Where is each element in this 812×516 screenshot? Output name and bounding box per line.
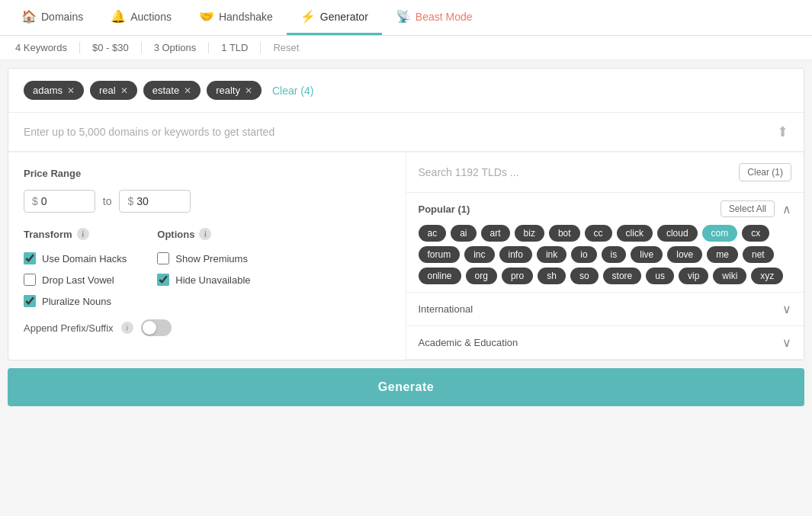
tld-search-input[interactable] xyxy=(419,166,732,178)
tld-tag-click[interactable]: click xyxy=(617,225,653,242)
filter-price-range: $0 - $30 xyxy=(92,42,142,53)
transform-header: Transform i xyxy=(24,228,127,240)
hide-unavailable-row[interactable]: Hide Unavailable xyxy=(157,274,250,286)
use-domain-hacks-row[interactable]: Use Domain Hacks xyxy=(24,252,127,264)
tld-tag-cx[interactable]: cx xyxy=(742,225,769,242)
price-min-wrap: $ xyxy=(24,190,95,213)
tld-tag-us[interactable]: us xyxy=(646,268,674,284)
academic-title: Academic & Education xyxy=(419,337,518,348)
keyword-label-estate: estate xyxy=(152,85,179,96)
tld-search-row: Clear (1) xyxy=(406,152,804,193)
tld-tag-pro[interactable]: pro xyxy=(502,268,533,284)
international-chevron-icon: ∨ xyxy=(782,302,791,316)
transform-info-icon[interactable]: i xyxy=(77,228,89,240)
tld-academic-section[interactable]: Academic & Education ∨ xyxy=(406,326,804,360)
generate-button[interactable]: Generate xyxy=(8,368,804,406)
tld-tag-bot[interactable]: bot xyxy=(549,225,580,242)
reset-link[interactable]: Reset xyxy=(273,42,299,53)
popular-section-title: Popular (1) xyxy=(419,204,470,215)
tld-international-section[interactable]: International ∨ xyxy=(406,293,804,326)
tld-tag-ink[interactable]: ink xyxy=(537,246,566,263)
tab-handshake[interactable]: 🤝 Handshake xyxy=(185,0,287,35)
keywords-row: adams✕real✕estate✕realty✕ Clear (4) xyxy=(8,69,804,113)
beast-icon: 📡 xyxy=(396,9,411,24)
price-max-input[interactable] xyxy=(136,195,182,207)
tld-tag-io[interactable]: io xyxy=(571,246,596,263)
remove-keyword-real[interactable]: ✕ xyxy=(120,85,128,96)
use-domain-hacks-label: Use Domain Hacks xyxy=(42,253,127,264)
tld-tag-net[interactable]: net xyxy=(743,246,774,263)
hide-unavailable-checkbox[interactable] xyxy=(157,274,169,286)
tld-tag-so[interactable]: so xyxy=(570,268,599,284)
tld-tag-forum[interactable]: forum xyxy=(419,246,461,263)
tld-tag-store[interactable]: store xyxy=(603,268,642,284)
tld-tag-biz[interactable]: biz xyxy=(515,225,544,242)
tld-tag-sh[interactable]: sh xyxy=(538,268,566,284)
tab-auctions[interactable]: 🔔 Auctions xyxy=(97,0,185,35)
options-column: Options i Show Premiums Hide Unavailable xyxy=(157,228,250,307)
home-icon: 🏠 xyxy=(21,9,37,24)
append-row: Append Prefix/Suffix i xyxy=(24,319,390,336)
tld-tag-ai[interactable]: ai xyxy=(451,225,476,242)
tld-tag-wiki[interactable]: wiki xyxy=(713,268,746,284)
upload-icon[interactable]: ⬆ xyxy=(777,123,788,140)
right-panel: Clear (1) Popular (1) Select All ∧ ac xyxy=(406,152,804,360)
select-all-button[interactable]: Select All xyxy=(721,200,775,217)
tld-tag-org[interactable]: org xyxy=(466,268,497,284)
tab-generator[interactable]: ⚡ Generator xyxy=(287,0,382,35)
tld-tag-love[interactable]: love xyxy=(667,246,702,263)
append-toggle[interactable] xyxy=(141,319,172,336)
filter-options-count: 3 Options xyxy=(154,42,210,53)
remove-keyword-realty[interactable]: ✕ xyxy=(245,85,252,96)
price-range-label: Price Range xyxy=(24,168,390,179)
use-domain-hacks-checkbox[interactable] xyxy=(24,252,36,264)
append-label: Append Prefix/Suffix xyxy=(24,322,114,334)
pluralize-nouns-checkbox[interactable] xyxy=(24,295,36,307)
tld-tag-cc[interactable]: cc xyxy=(585,225,612,242)
toggle-thumb xyxy=(143,321,156,335)
hide-unavailable-label: Hide Unavailable xyxy=(175,274,250,286)
tld-tag-art[interactable]: art xyxy=(481,225,510,242)
drop-last-vowel-label: Drop Last Vowel xyxy=(42,274,114,286)
tab-beast-mode[interactable]: 📡 Beast Mode xyxy=(382,0,486,35)
tld-tag-inc[interactable]: inc xyxy=(464,246,494,263)
tld-tag-info[interactable]: info xyxy=(499,246,532,263)
options-info-icon[interactable]: i xyxy=(199,228,211,240)
filter-bar: 4 Keywords $0 - $30 3 Options 1 TLD Rese… xyxy=(0,36,812,60)
drop-last-vowel-checkbox[interactable] xyxy=(24,274,36,286)
remove-keyword-estate[interactable]: ✕ xyxy=(184,85,191,96)
keyword-tags-container: adams✕real✕estate✕realty✕ xyxy=(24,81,262,100)
popular-chevron-icon[interactable]: ∧ xyxy=(782,202,791,216)
transforms-options: Transform i Use Domain Hacks Drop Last V… xyxy=(24,228,390,307)
tld-tag-me[interactable]: me xyxy=(707,246,738,263)
international-title: International xyxy=(419,303,473,315)
keyword-tag-realty: realty✕ xyxy=(207,81,262,100)
domain-input-row: Enter up to 5,000 domains or keywords to… xyxy=(8,113,804,152)
two-column-layout: Price Range $ to $ Transform i xyxy=(8,152,804,360)
tld-tag-online[interactable]: online xyxy=(419,268,461,284)
tld-tag-live[interactable]: live xyxy=(631,246,663,263)
drop-last-vowel-row[interactable]: Drop Last Vowel xyxy=(24,274,127,286)
show-premiums-row[interactable]: Show Premiums xyxy=(157,252,250,264)
tld-tag-xyz[interactable]: xyz xyxy=(751,268,783,284)
remove-keyword-adams[interactable]: ✕ xyxy=(67,85,75,96)
tld-tag-is[interactable]: is xyxy=(602,246,627,263)
price-min-input[interactable] xyxy=(41,195,87,207)
nav-tabs: 🏠 Domains 🔔 Auctions 🤝 Handshake ⚡ Gener… xyxy=(0,0,812,36)
tld-scroll: Popular (1) Select All ∧ acaiartbizbotcc… xyxy=(406,193,804,360)
tld-tag-com[interactable]: com xyxy=(702,225,738,242)
tld-clear-button[interactable]: Clear (1) xyxy=(739,163,791,181)
clear-all-button[interactable]: Clear (4) xyxy=(272,85,313,97)
options-header: Options i xyxy=(157,228,250,240)
tld-tag-vip[interactable]: vip xyxy=(679,268,708,284)
tab-generator-label: Generator xyxy=(320,11,368,23)
tld-tag-cloud[interactable]: cloud xyxy=(657,225,698,242)
left-panel: Price Range $ to $ Transform i xyxy=(8,152,406,360)
tld-tag-ac[interactable]: ac xyxy=(419,225,447,242)
pluralize-nouns-row[interactable]: Pluralize Nouns xyxy=(24,295,127,307)
show-premiums-checkbox[interactable] xyxy=(157,252,169,264)
append-info-icon[interactable]: i xyxy=(121,322,133,334)
generator-icon: ⚡ xyxy=(300,9,316,24)
tab-beast-label: Beast Mode xyxy=(416,11,473,23)
tab-domains[interactable]: 🏠 Domains xyxy=(8,0,97,35)
